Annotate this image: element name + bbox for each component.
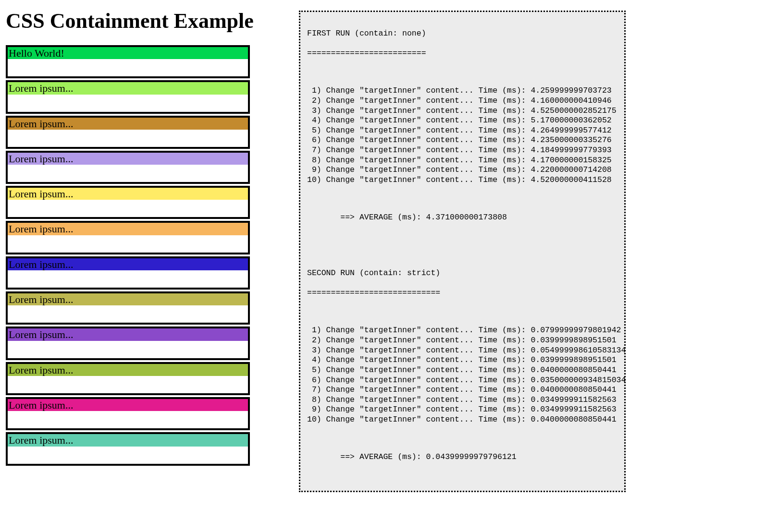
log-blank: [307, 251, 618, 259]
containment-item: Lorem ipsum...: [6, 221, 250, 254]
log-line: 1) Change "targetInner" content... Time …: [307, 86, 618, 96]
log-blank: [307, 308, 618, 316]
log-line: 5) Change "targetInner" content... Time …: [307, 126, 618, 136]
containment-item: Lorem ipsum...: [6, 256, 250, 290]
item-body: [8, 165, 248, 182]
log-line: 9) Change "targetInner" content... Time …: [307, 405, 618, 415]
log-run1-rule: =========================: [307, 48, 618, 59]
log-line: 10) Change "targetInner" content... Time…: [307, 415, 618, 425]
containment-item: Lorem ipsum...: [6, 116, 250, 149]
containment-item: Lorem ipsum...: [6, 291, 250, 325]
log-run1-header: FIRST RUN (contain: none): [307, 29, 618, 39]
containment-item: Hello World!: [6, 45, 250, 78]
log-line: 7) Change "targetInner" content... Time …: [307, 385, 618, 395]
log-line: 7) Change "targetInner" content... Time …: [307, 145, 618, 156]
item-body: [8, 376, 248, 393]
item-body: [8, 200, 248, 217]
log-line: 1) Change "targetInner" content... Time …: [307, 326, 618, 336]
item-body: [8, 447, 248, 464]
item-body: [8, 270, 248, 288]
containment-item: Lorem ipsum...: [6, 80, 250, 113]
items-column: Hello World!Lorem ipsum...Lorem ipsum...…: [6, 45, 250, 468]
log-blank: [307, 233, 618, 241]
item-label: Lorem ipsum...: [8, 399, 248, 411]
log-line: 2) Change "targetInner" content... Time …: [307, 96, 618, 106]
log-blank: [307, 195, 618, 203]
log-line: 6) Change "targetInner" content... Time …: [307, 135, 618, 145]
log-line: 4) Change "targetInner" content... Time …: [307, 116, 618, 126]
log-line: 3) Change "targetInner" content... Time …: [307, 346, 618, 356]
containment-item: Lorem ipsum...: [6, 151, 250, 184]
log-run2-average: ==> AVERAGE (ms): 0.04399999979796121: [307, 452, 618, 462]
containment-item: Lorem ipsum...: [6, 432, 250, 465]
item-label: Lorem ipsum...: [8, 328, 248, 340]
log-line: 8) Change "targetInner" content... Time …: [307, 395, 618, 405]
item-label: Lorem ipsum...: [8, 293, 248, 305]
log-line: 6) Change "targetInner" content... Time …: [307, 375, 618, 386]
item-body: [8, 305, 248, 323]
item-body: [8, 235, 248, 253]
containment-item: Lorem ipsum...: [6, 397, 250, 430]
log-blank: [307, 435, 618, 443]
log-output: FIRST RUN (contain: none) ==============…: [299, 11, 626, 492]
log-line: 9) Change "targetInner" content... Time …: [307, 165, 618, 175]
item-label: Lorem ipsum...: [8, 364, 248, 376]
log-line: 8) Change "targetInner" content... Time …: [307, 156, 618, 166]
containment-item: Lorem ipsum...: [6, 326, 250, 360]
item-body: [8, 130, 248, 147]
log-run2-header: SECOND RUN (contain: strict): [307, 268, 618, 278]
item-label: Lorem ipsum...: [8, 434, 248, 446]
item-body: [8, 341, 248, 358]
log-line: 10) Change "targetInner" content... Time…: [307, 175, 618, 185]
item-body: [8, 411, 248, 428]
log-line: 5) Change "targetInner" content... Time …: [307, 365, 618, 375]
log-blank: [307, 68, 618, 76]
item-body: [8, 59, 248, 76]
log-run1-average: ==> AVERAGE (ms): 4.371000000173808: [307, 213, 618, 223]
log-run2-rule: ============================: [307, 288, 618, 298]
log-line: 4) Change "targetInner" content... Time …: [307, 355, 618, 365]
log-line: 3) Change "targetInner" content... Time …: [307, 106, 618, 116]
item-label: Hello World!: [8, 47, 248, 59]
containment-item: Lorem ipsum...: [6, 186, 250, 219]
item-label: Lorem ipsum...: [8, 258, 248, 270]
item-label: Lorem ipsum...: [8, 223, 248, 235]
item-label: Lorem ipsum...: [8, 153, 248, 165]
item-label: Lorem ipsum...: [8, 82, 248, 94]
item-label: Lorem ipsum...: [8, 188, 248, 200]
log-line: 2) Change "targetInner" content... Time …: [307, 336, 618, 346]
item-label: Lorem ipsum...: [8, 118, 248, 130]
containment-item: Lorem ipsum...: [6, 362, 250, 395]
item-body: [8, 95, 248, 112]
